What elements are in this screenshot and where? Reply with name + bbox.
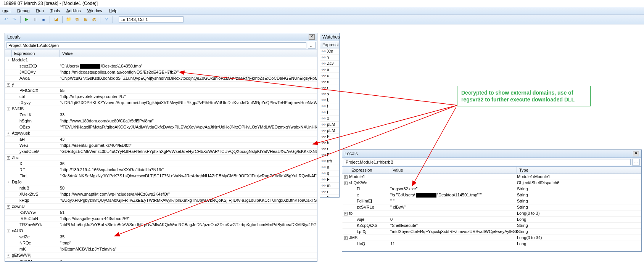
watch-row[interactable]: pLM bbox=[320, 122, 339, 128]
locals-row[interactable]: +DgJo bbox=[5, 179, 317, 185]
expand-icon[interactable]: + bbox=[342, 174, 349, 180]
watch-row[interactable]: pLM bbox=[320, 128, 339, 134]
locals-row[interactable]: +gEtSWVKj bbox=[5, 252, 317, 259]
locals-row[interactable]: e"/s "C:\Users\\Desktop\114501.tmp"""Str… bbox=[342, 192, 641, 198]
col-value[interactable]: Value bbox=[390, 167, 517, 174]
locals-row[interactable]: TRZnwWYk"abPUubo/bqtJuZvYBoLvSlelioBsVWS… bbox=[5, 222, 317, 228]
properties-icon[interactable]: ⧉ bbox=[74, 16, 80, 23]
locals-row[interactable]: +SNfJS bbox=[5, 106, 317, 112]
expand-icon[interactable]: + bbox=[5, 252, 12, 258]
locals-row[interactable]: RE"http://139.219.4.166/wp-includes/XXrR… bbox=[5, 167, 317, 173]
locals-grid[interactable]: +Module1seuzZXQ"C:\Users\\Desktop\104350… bbox=[5, 57, 317, 261]
locals-row[interactable]: IRScCtoN"https://diasgallery.com:443/abo… bbox=[5, 216, 317, 222]
locals-row[interactable]: Fi"regsvr32.exe"String bbox=[342, 186, 641, 192]
locals-row[interactable]: yxadCLeM"GDEBgzBCMtiVemzc0bU4uCYyRJIHaH4… bbox=[5, 149, 317, 155]
locals-row[interactable]: YxrOR3 bbox=[5, 259, 317, 261]
locals-row[interactable]: wdZe35 bbox=[5, 234, 317, 240]
watches-grid[interactable]: XmYZcvacnrsLtIxpLMpLMFhrFrrhaqFmrFF bbox=[320, 48, 339, 197]
locals-row[interactable]: ZnsLK33 bbox=[5, 112, 317, 118]
menu-debug[interactable]: Debug bbox=[17, 8, 29, 13]
locals-row[interactable]: Weu"https://esentai-gourmet.kz/404/EDt0f… bbox=[5, 143, 317, 149]
watch-row[interactable]: s bbox=[320, 91, 339, 97]
expand-icon[interactable]: + bbox=[5, 155, 12, 161]
expand-icon[interactable]: + bbox=[5, 106, 12, 112]
locals-row[interactable]: AAqa"CNpWculGNtGsKsdlXbqMxddSTZLuhQvpEQM… bbox=[5, 76, 317, 82]
watch-row[interactable]: r bbox=[320, 189, 339, 195]
locals-row[interactable]: KZcpQkXS"ShellExecute"String bbox=[342, 223, 641, 229]
col-expression[interactable]: Expressi bbox=[320, 41, 341, 48]
context-input[interactable] bbox=[6, 42, 306, 48]
watch-row[interactable]: t bbox=[320, 103, 339, 109]
locals-row[interactable]: +xAUO bbox=[5, 228, 317, 234]
object-browser-icon[interactable]: ⊞ bbox=[82, 16, 89, 23]
watch-row[interactable]: m bbox=[320, 183, 339, 189]
watch-row[interactable]: F bbox=[320, 134, 339, 140]
locals-row[interactable]: tXiyvy"vlDR/lqttGXOPHKLKZYvovm/Aop-:onme… bbox=[5, 100, 317, 106]
watch-row[interactable]: Xm bbox=[320, 48, 339, 55]
locals-row[interactable]: +zownU bbox=[5, 204, 317, 210]
watch-row[interactable]: L bbox=[320, 97, 339, 103]
menu-rmat[interactable]: rmat bbox=[2, 8, 11, 13]
locals-row[interactable]: +sbQrKWeObject/IShellDispatch6 bbox=[342, 180, 641, 186]
run-icon[interactable]: ▶ bbox=[23, 16, 30, 23]
locals-row[interactable]: LpfXj"mtdXbyesCbrERqFYxjcxkjXxbfRFZlmwoz… bbox=[342, 229, 641, 235]
stop-icon[interactable]: ■ bbox=[40, 16, 47, 23]
locals-row[interactable]: cbl"http://mtp.evotek.vn/wp-content/L/" bbox=[5, 94, 317, 100]
locals-row[interactable]: kHqp"wUqyXFKPgbyzm/fQUyOaMxGjiFRTwZkEa.y… bbox=[5, 198, 317, 204]
locals-grid[interactable]: +Module1Module1/Module1+sbQrKWeObject/IS… bbox=[342, 174, 641, 251]
toolbox-icon[interactable]: 🛠 bbox=[90, 16, 97, 23]
watch-row[interactable]: F bbox=[320, 152, 339, 158]
menu-run[interactable]: Run bbox=[36, 8, 44, 13]
expand-icon[interactable]: + bbox=[5, 57, 12, 63]
menu-tools[interactable]: Tools bbox=[50, 8, 60, 13]
expand-icon[interactable]: + bbox=[5, 204, 12, 209]
locals-row[interactable]: seuzZXQ"C:\Users\\Desktop\104350.tmp" bbox=[5, 63, 317, 69]
locals-row[interactable]: +Module1 bbox=[5, 57, 317, 63]
watch-row[interactable]: n bbox=[320, 79, 339, 85]
close-icon[interactable]: ✕ bbox=[309, 34, 315, 40]
locals-row[interactable]: OBzo"fTEVUrNHaqxliPMctaFt/glboAKCOkyJUAd… bbox=[5, 124, 317, 130]
expand-icon[interactable]: + bbox=[5, 130, 12, 136]
expand-icon[interactable]: + bbox=[5, 228, 12, 234]
redo-icon[interactable]: ↷ bbox=[11, 16, 18, 23]
watch-row[interactable]: Y bbox=[320, 55, 339, 61]
locals-row[interactable]: +tbLong(0 to 3) bbox=[342, 211, 641, 217]
watch-row[interactable]: Zcv bbox=[320, 61, 339, 67]
locals-row[interactable]: zxSVRLe" ciBwV"String bbox=[342, 204, 641, 211]
expand-icon[interactable]: + bbox=[342, 211, 349, 216]
locals-row[interactable]: +Module1Module1/Module1 bbox=[342, 174, 641, 180]
locals-row[interactable]: +y bbox=[5, 82, 317, 88]
watch-row[interactable]: rrh bbox=[320, 158, 339, 164]
col-expression[interactable]: Expression bbox=[349, 167, 390, 174]
locals-row[interactable]: vuje0Long bbox=[342, 217, 641, 223]
design-mode-icon[interactable]: ◪ bbox=[53, 16, 60, 23]
close-icon[interactable]: ✕ bbox=[633, 151, 639, 156]
project-explorer-icon[interactable]: 📁 bbox=[65, 16, 72, 23]
watch-row[interactable]: c bbox=[320, 73, 339, 79]
locals-row[interactable]: nduB50 bbox=[5, 185, 317, 191]
locals-row[interactable]: FkrL"Kla3rtnX.NKSeMgkNyJtY.PcK7S1sQhwrcs… bbox=[5, 173, 317, 179]
watch-row[interactable]: q bbox=[320, 170, 339, 177]
locals-row[interactable]: aH43 bbox=[5, 137, 317, 143]
locals-row[interactable]: +Atqwyuek bbox=[5, 130, 317, 137]
watch-row[interactable]: F bbox=[320, 177, 339, 183]
expand-icon[interactable]: + bbox=[5, 179, 12, 185]
col-expression[interactable]: Expression bbox=[12, 50, 60, 57]
help-icon[interactable]: ? bbox=[103, 16, 110, 23]
undo-icon[interactable]: ↶ bbox=[2, 16, 9, 23]
locals-row[interactable]: +Zhz bbox=[5, 155, 317, 161]
expand-icon[interactable]: + bbox=[5, 82, 12, 87]
watch-row[interactable]: r bbox=[320, 146, 339, 152]
menu-addins[interactable]: Add-Ins bbox=[66, 8, 81, 13]
locals-row[interactable]: +JMSLong(0 to 34) bbox=[342, 235, 641, 241]
expand-icon[interactable]: + bbox=[342, 180, 349, 186]
context-more-button[interactable]: … bbox=[308, 42, 316, 49]
watch-row[interactable]: I bbox=[320, 109, 339, 116]
locals-row[interactable]: PFtCmCX55 bbox=[5, 88, 317, 94]
locals-row[interactable]: JXDQXy"https://midcoastsupplies.com.au/c… bbox=[5, 69, 317, 76]
watch-row[interactable]: a bbox=[320, 164, 339, 170]
locals-row[interactable]: FdHmEj" "String bbox=[342, 198, 641, 204]
locals-row[interactable]: X36 bbox=[5, 161, 317, 167]
locals-row[interactable]: NRQc".tmp" bbox=[5, 240, 317, 246]
locals-row[interactable]: HcQ11Long bbox=[342, 241, 641, 247]
